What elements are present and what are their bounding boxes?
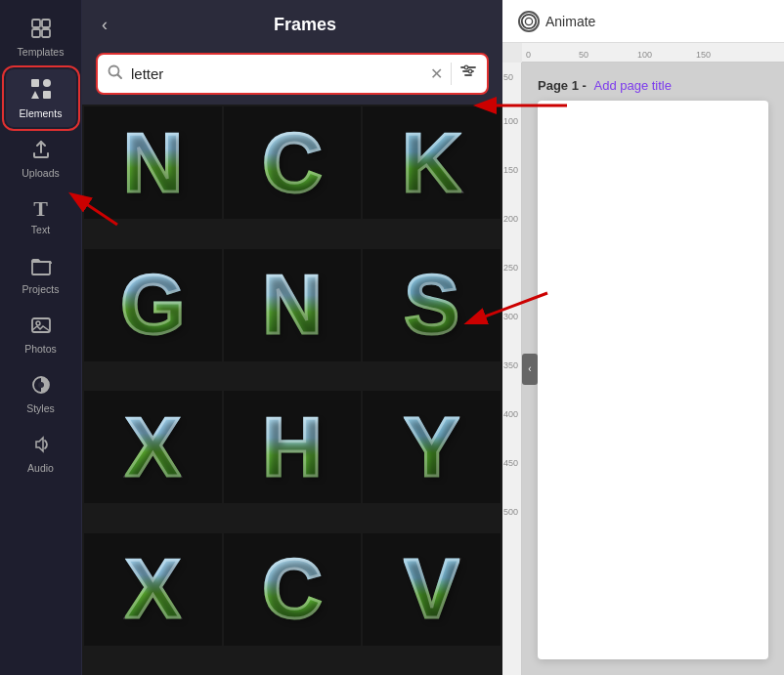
sidebar-label-templates: Templates (18, 46, 65, 58)
sidebar-item-text[interactable]: T Text (6, 190, 76, 243)
svg-rect-2 (32, 29, 40, 37)
canvas-page (538, 101, 768, 659)
frame-cell-7[interactable]: H (224, 391, 362, 503)
sidebar-label-photos: Photos (24, 343, 57, 355)
frame-cell-5[interactable]: S (363, 249, 501, 361)
sidebar: Templates Elements Uploads T Text (0, 0, 82, 675)
ruler-tick-100: 100 (637, 50, 652, 60)
text-icon: T (33, 198, 48, 220)
frame-cell-0[interactable]: N (84, 106, 222, 219)
frames-panel: ‹ Frames ✕ NC (82, 0, 502, 675)
frame-cell-11[interactable]: V (363, 533, 501, 646)
photos-icon (30, 315, 52, 339)
canvas-area: 50 100 150 200 250 300 350 400 450 500 P… (502, 63, 784, 675)
frames-grid: NCKGNSXHYXCV (82, 105, 502, 675)
sidebar-label-text: Text (31, 224, 50, 235)
animate-icon (518, 11, 540, 32)
svg-point-18 (468, 69, 472, 73)
audio-icon (30, 434, 52, 458)
projects-icon (30, 255, 52, 279)
svg-marker-6 (31, 91, 39, 99)
svg-point-9 (36, 321, 40, 325)
svg-rect-1 (42, 20, 50, 27)
panel-header: ‹ Frames (82, 0, 502, 49)
panel-title: Frames (123, 15, 487, 35)
svg-rect-4 (31, 79, 39, 87)
clear-icon[interactable]: ✕ (430, 64, 443, 83)
sidebar-label-projects: Projects (22, 283, 60, 295)
svg-rect-3 (42, 29, 50, 37)
ruler-tick-0: 0 (526, 50, 531, 60)
svg-rect-5 (43, 79, 51, 87)
frame-cell-10[interactable]: C (224, 533, 362, 646)
animate-label: Animate (545, 14, 595, 29)
ruler-vertical: 50 100 150 200 250 300 350 400 450 500 (502, 63, 522, 675)
back-button[interactable]: ‹ (98, 12, 111, 37)
sidebar-label-uploads: Uploads (22, 167, 60, 179)
sidebar-item-uploads[interactable]: Uploads (6, 131, 76, 187)
canvas-content: Page 1 - Add page title (522, 63, 784, 675)
search-bar: ✕ (96, 53, 489, 95)
sidebar-label-styles: Styles (26, 402, 55, 414)
svg-point-17 (464, 65, 468, 69)
frame-cell-1[interactable]: C (224, 106, 362, 219)
right-area: Animate 0 50 100 150 50 100 150 200 250 … (502, 0, 784, 675)
templates-icon (30, 18, 52, 42)
search-container: ✕ (82, 49, 502, 105)
sidebar-item-projects[interactable]: Projects (6, 247, 76, 303)
frame-cell-8[interactable]: Y (363, 391, 501, 503)
svg-point-11 (38, 382, 44, 388)
search-input[interactable] (131, 65, 422, 82)
sidebar-item-photos[interactable]: Photos (6, 307, 76, 362)
sidebar-item-templates[interactable]: Templates (6, 10, 76, 65)
sidebar-label-audio: Audio (27, 462, 54, 474)
collapse-handle[interactable]: ‹ (522, 354, 538, 385)
search-icon (108, 64, 123, 84)
sidebar-item-audio[interactable]: Audio (6, 426, 76, 482)
uploads-icon (30, 139, 52, 163)
page-number: Page 1 - (538, 78, 587, 93)
add-page-title[interactable]: Add page title (593, 78, 672, 93)
styles-icon (30, 374, 52, 399)
top-toolbar: Animate (502, 0, 784, 43)
svg-rect-0 (32, 20, 40, 27)
svg-rect-7 (43, 91, 51, 99)
frame-cell-2[interactable]: K (363, 106, 501, 219)
elements-icon (29, 77, 53, 104)
frame-cell-3[interactable]: G (84, 249, 222, 361)
ruler-horizontal: 0 50 100 150 (522, 43, 784, 63)
svg-point-19 (522, 14, 536, 27)
frame-cell-4[interactable]: N (224, 249, 362, 361)
sidebar-label-elements: Elements (20, 107, 63, 119)
frame-cell-9[interactable]: X (84, 533, 222, 646)
svg-line-13 (118, 74, 122, 78)
page-label: Page 1 - Add page title (538, 78, 768, 93)
animate-button[interactable]: Animate (518, 11, 595, 32)
frame-cell-6[interactable]: X (84, 391, 222, 503)
filter-icon[interactable] (451, 63, 477, 85)
ruler-tick-150: 150 (696, 50, 711, 60)
ruler-tick-50: 50 (579, 50, 588, 60)
sidebar-item-elements[interactable]: Elements (6, 69, 76, 127)
sidebar-item-styles[interactable]: Styles (6, 366, 76, 422)
